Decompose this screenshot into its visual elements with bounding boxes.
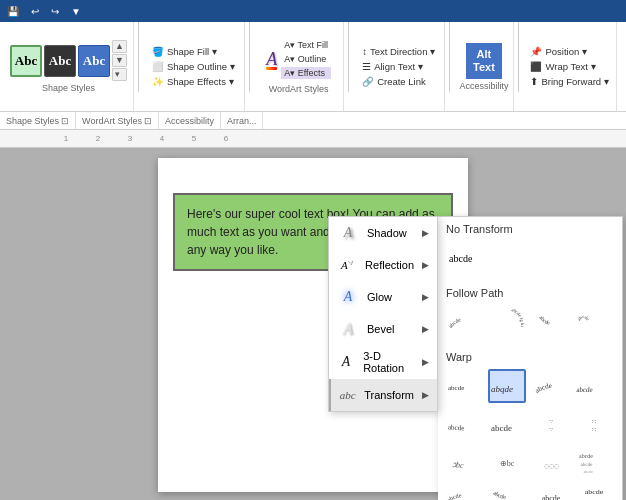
bevel-icon: A [337,318,359,340]
wordart-side-btns: A▾ Text Fill A▾ Outline A▾ Effects [281,39,331,79]
glow-icon: A [337,286,359,308]
shape-style-btn-3[interactable]: Abc [78,45,110,77]
ruler-2: 2 [82,134,114,143]
text-direction-btn[interactable]: ↕ Text Direction ▾ [359,45,438,58]
shape-styles-wrapper: Abc Abc Abc ▲ ▼ ▾ [10,40,127,81]
divider-4 [449,22,450,92]
accessibility-sec[interactable]: Accessibility [159,112,221,129]
transform-menu-item[interactable]: abc Transform ▶ [329,379,437,411]
customize-button[interactable]: ▼ [68,5,84,18]
shape-styles-sec[interactable]: Shape Styles ⊡ [0,112,76,129]
bring-forward-btn[interactable]: ⬆ Bring Forward ▾ [527,75,612,88]
shape-format-section: 🪣 Shape Fill ▾ ⬜ Shape Outline ▾ ✨ Shape… [143,22,245,111]
shape-fill-arrow[interactable]: ▾ [212,46,217,57]
glow-arrow: ▶ [422,292,429,302]
bevel-arrow: ▶ [422,324,429,334]
ruler-3: 3 [114,134,146,143]
shape-fill-btn[interactable]: 🪣 Shape Fill ▾ [149,45,238,58]
transform-label: Transform [364,389,414,401]
redo-button[interactable]: ↪ [48,5,62,18]
ribbon-top-bar: 💾 ↩ ↪ ▼ [0,0,626,22]
bevel-label: Bevel [367,323,395,335]
align-text-btn[interactable]: ☰ Align Text ▾ [359,60,438,73]
wordart-a-display: A [266,49,277,70]
shape-styles-grid: Abc Abc Abc [10,45,110,77]
3d-rotation-icon: A [337,350,354,374]
save-button[interactable]: 💾 [4,5,22,18]
shadow-arrow: ▶ [422,228,429,238]
text-outline-btn[interactable]: A▾ Outline [281,53,331,65]
sections-row: Shape Styles ⊡ WordArt Styles ⊡ Accessib… [0,112,626,130]
glow-menu-item[interactable]: A Glow ▶ [329,281,437,313]
reflection-menu-item[interactable]: A A Reflection ▶ [329,249,437,281]
wordart-sec[interactable]: WordArt Styles ⊡ [76,112,159,129]
accessibility-section: AltText Accessibility [454,22,514,111]
transform-dropdown: A Shadow ▶ A A Reflection ▶ A Glow ▶ [328,216,438,412]
text-fill-btn[interactable]: A▾ Text Fill [281,39,331,51]
text-section: ↕ Text Direction ▾ ☰ Align Text ▾ 🔗 Crea… [353,22,445,111]
glow-label: Glow [367,291,392,303]
shape-style-btn-1[interactable]: Abc [10,45,42,77]
create-link-btn[interactable]: 🔗 Create Link [359,75,438,88]
shape-styles-label: Shape Styles [42,83,95,93]
shadow-label: Shadow [367,227,407,239]
shape-outline-icon: ⬜ [152,61,164,72]
bevel-menu-item[interactable]: A Bevel ▶ [329,313,437,345]
text-btns: ↕ Text Direction ▾ ☰ Align Text ▾ 🔗 Crea… [359,45,438,88]
divider-2 [249,22,250,92]
3d-rotation-label: 3-D Rotation [363,350,414,374]
shape-fill-icon: 🪣 [152,46,164,57]
alt-text-btn[interactable]: AltText [466,43,502,79]
divider-5 [518,22,519,92]
shape-effects-arrow[interactable]: ▾ [229,76,234,87]
shape-styles-section: Abc Abc Abc ▲ ▼ ▾ Shape Styles [4,22,134,111]
shape-effects-icon: ✨ [152,76,164,87]
ruler-6: 6 [210,134,242,143]
wordart-section: A A▾ Text Fill A▾ Outline A▾ Effects Wor… [254,22,344,111]
ruler-1: 1 [50,134,82,143]
wrap-text-btn[interactable]: ⬛ Wrap Text ▾ [527,60,612,73]
reflection-label: Reflection [365,259,414,271]
shadow-menu-item[interactable]: A Shadow ▶ [329,217,437,249]
expand-icon-2: ⊡ [144,116,152,126]
shape-effects-btn[interactable]: ✨ Shape Effects ▾ [149,75,238,88]
ribbon: Abc Abc Abc ▲ ▼ ▾ Shape Styles 🪣 Shape F… [0,22,626,112]
divider-3 [348,22,349,92]
main-area: Here's our super cool text box! You can … [0,148,626,500]
expand-icon: ⊡ [61,116,69,126]
shape-outline-arrow[interactable]: ▾ [230,61,235,72]
ruler-marks: 1 2 3 4 5 6 [10,134,626,143]
3d-rotation-arrow: ▶ [422,357,429,367]
scroll-up-arrow[interactable]: ▲ [112,40,127,53]
transform-icon: abc [338,385,356,407]
divider-1 [138,22,139,92]
doc-area: Here's our super cool text box! You can … [0,148,626,500]
wordart-label: WordArt Styles [269,84,329,94]
shape-format-btns: 🪣 Shape Fill ▾ ⬜ Shape Outline ▾ ✨ Shape… [149,45,238,88]
shape-style-btn-2[interactable]: Abc [44,45,76,77]
transform-arrow: ▶ [422,390,429,400]
shape-scroll: ▲ ▼ ▾ [112,40,127,81]
ruler-4: 4 [146,134,178,143]
3d-rotation-menu-item[interactable]: A 3-D Rotation ▶ [329,345,437,379]
scroll-expand-arrow[interactable]: ▾ [112,68,127,81]
position-btn[interactable]: 📌 Position ▾ [527,45,612,58]
ruler-5: 5 [178,134,210,143]
arrange-sec[interactable]: Arran... [221,112,264,129]
accessibility-label: Accessibility [459,81,508,91]
scroll-down-arrow[interactable]: ▼ [112,54,127,67]
ruler: 1 2 3 4 5 6 [0,130,626,148]
arrange-btns: 📌 Position ▾ ⬛ Wrap Text ▾ ⬆ Bring Forwa… [527,45,612,88]
arrange-section: 📌 Position ▾ ⬛ Wrap Text ▾ ⬆ Bring Forwa… [523,22,617,111]
shadow-icon: A [337,222,359,244]
reflection-icon: A A [337,254,357,276]
undo-button[interactable]: ↩ [28,5,42,18]
shape-outline-btn[interactable]: ⬜ Shape Outline ▾ [149,60,238,73]
text-effects-btn[interactable]: A▾ Effects [281,67,331,79]
alt-text-icon: AltText [473,48,495,72]
reflection-arrow: ▶ [422,260,429,270]
